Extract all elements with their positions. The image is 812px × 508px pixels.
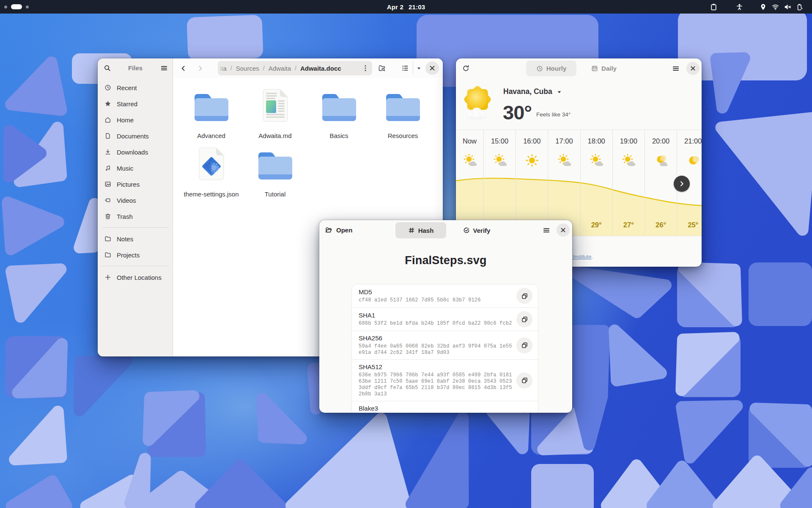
file-item-label: Tutorial (265, 190, 285, 198)
open-button[interactable]: Open (325, 224, 352, 236)
sidebar-item-icon (104, 100, 111, 107)
refresh-button[interactable] (460, 63, 472, 74)
hour-weather-icon (589, 153, 604, 168)
file-item-icon (258, 147, 293, 180)
sidebar-item[interactable]: Notes (100, 231, 170, 247)
file-item[interactable]: Adwaita.md (243, 89, 307, 147)
sidebar-item-label: Starred (117, 100, 137, 108)
hour-weather-icon (557, 153, 572, 168)
calendar-icon (591, 65, 598, 72)
tab-verify[interactable]: Verify (455, 222, 498, 238)
hash-icon (408, 227, 415, 234)
sidebar-item[interactable]: Projects (100, 247, 170, 263)
hour-column[interactable]: 20:00 26° (645, 130, 677, 236)
hash-results-card: MD5 cf48 a1ed 5137 1662 7d85 5b8c 63b7 9… (352, 284, 538, 413)
close-button[interactable] (425, 61, 439, 75)
file-item-icon (321, 89, 357, 122)
file-item-icon (194, 89, 229, 122)
sidebar-item[interactable]: Recent (100, 80, 170, 96)
sidebar-item-icon (104, 84, 111, 91)
folder-icon (385, 94, 421, 122)
files-sidebar-header: Files (98, 58, 173, 78)
volume-muted-icon (782, 3, 794, 11)
file-item[interactable]: Basics (307, 89, 371, 147)
copy-button[interactable] (516, 373, 532, 389)
search-folder-button[interactable] (376, 62, 388, 74)
path-segment-current[interactable]: Adwaita.docc (300, 65, 341, 72)
copy-button[interactable] (516, 311, 532, 327)
files-sidebar: Files RecentStarredHomeDocumentsDownload… (98, 58, 173, 356)
path-bar[interactable]: ita / Sources / Adwaita / Adwaita.docc (218, 61, 372, 75)
hash-headerbar: Open Hash Verify (319, 220, 572, 240)
path-separator: / (263, 65, 265, 72)
sidebar-item-label: Documents (117, 133, 149, 140)
clipboard-icon[interactable] (705, 3, 722, 11)
hour-column[interactable]: 19:00 27° (613, 130, 645, 236)
files-headerbar: ita / Sources / Adwaita / Adwaita.docc (173, 58, 443, 78)
sidebar-item-label: Music (117, 165, 133, 172)
path-menu-kebab-icon[interactable] (362, 64, 369, 72)
scroll-next-button[interactable] (674, 176, 690, 192)
status-area[interactable] (705, 0, 806, 14)
sidebar-separator (102, 227, 169, 228)
tab-hourly-label: Hourly (546, 65, 567, 72)
hash-value: 59a4 f4ee 0a65 0068 82eb 32bd aef3 9f04 … (359, 343, 513, 356)
location-selector[interactable]: Havana, Cuba (503, 87, 562, 96)
file-item[interactable]: Resources (371, 89, 435, 147)
file-item-label: theme-settings.json (184, 190, 239, 198)
sidebar-item[interactable]: Starred (100, 96, 170, 112)
hamburger-menu-icon[interactable] (160, 64, 168, 72)
accessibility-icon[interactable] (731, 3, 748, 11)
feels-like: Feels like 34° (536, 111, 571, 118)
clock-menu-button[interactable]: Apr 2 21:03 (0, 0, 812, 14)
sidebar-item-label: Trash (117, 213, 133, 220)
file-item-icon (198, 147, 225, 180)
view-divider (413, 62, 413, 75)
close-button[interactable] (686, 62, 700, 75)
hamburger-menu-icon[interactable] (540, 224, 552, 236)
tab-hourly[interactable]: Hourly (526, 61, 576, 76)
sidebar-item[interactable]: Music (100, 160, 170, 176)
hour-label: 18:00 (581, 137, 612, 145)
file-item[interactable]: Advanced (179, 89, 243, 147)
clock-icon (536, 65, 543, 72)
hour-temperature: 26° (645, 221, 677, 229)
hashed-filename: FinalSteps.svg (319, 254, 572, 267)
sidebar-item[interactable]: Home (100, 112, 170, 128)
path-segment[interactable]: Adwaita (269, 65, 291, 72)
sidebar-item[interactable]: Pictures (100, 176, 170, 192)
hamburger-menu-icon[interactable] (670, 63, 681, 74)
copy-button[interactable] (516, 288, 532, 304)
copy-button[interactable] (516, 337, 532, 353)
forward-button[interactable] (194, 62, 206, 74)
json-file-icon (198, 147, 225, 180)
tab-daily[interactable]: Daily (585, 61, 623, 76)
hash-window: Open Hash Verify FinalSteps.svg MD5 cf48… (319, 220, 572, 413)
hour-weather-icon (686, 153, 701, 168)
close-button[interactable] (557, 224, 570, 237)
sidebar-item[interactable]: Videos (100, 192, 170, 208)
tab-hash[interactable]: Hash (395, 222, 446, 238)
copy-button[interactable] (516, 412, 532, 413)
quick-settings[interactable] (757, 3, 806, 11)
sidebar-item[interactable]: Trash (100, 208, 170, 224)
path-segment[interactable]: Sources (236, 65, 259, 72)
view-options-dropdown[interactable] (414, 62, 424, 74)
folder-icon (258, 152, 293, 180)
folder-icon (321, 94, 357, 122)
sidebar-item-other-locations[interactable]: Other Locations (100, 269, 170, 285)
sidebar-item-icon (104, 181, 111, 188)
file-item[interactable]: Tutorial (243, 147, 307, 206)
hash-value-line: e91a d744 2c62 341f 18a7 9d03 (359, 350, 513, 356)
folder-icon (194, 94, 229, 122)
hour-column[interactable]: 18:00 29° (581, 130, 613, 236)
file-item[interactable]: theme-settings.json (179, 147, 243, 206)
hash-algorithm: SHA512 (359, 363, 513, 371)
back-button[interactable] (177, 62, 189, 74)
hash-row: SHA256 59a4 f4ee 0a65 0068 82eb 32bd aef… (352, 331, 538, 359)
hour-label: 19:00 (613, 137, 645, 145)
sidebar-item[interactable]: Documents (100, 128, 170, 144)
hour-weather-icon (524, 153, 540, 168)
list-view-button[interactable] (399, 62, 411, 74)
sidebar-item[interactable]: Downloads (100, 144, 170, 160)
